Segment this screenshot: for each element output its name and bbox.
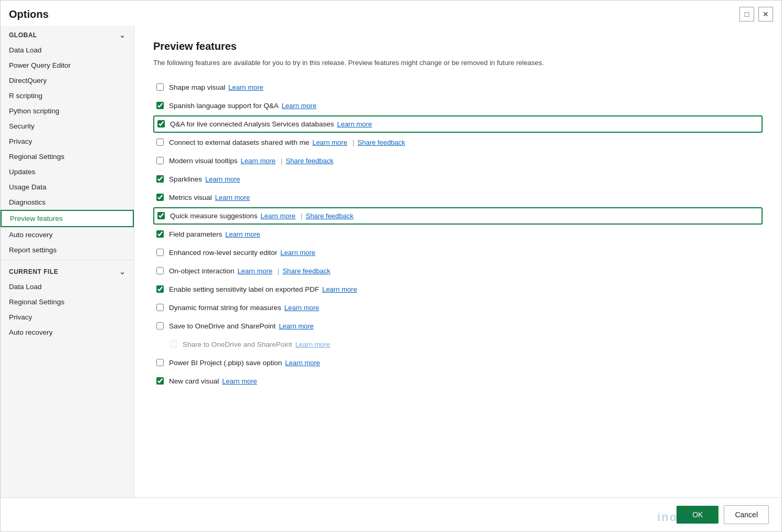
checkbox-power-bi-project-save[interactable] xyxy=(156,359,164,366)
feature-label-connect-external-datasets: Connect to external datasets shared with… xyxy=(169,139,309,146)
current-file-chevron-icon[interactable]: ⌄ xyxy=(119,268,126,276)
feature-label-enable-sensitivity-label: Enable setting sensitivity label on expo… xyxy=(169,285,319,293)
checkbox-new-card-visual[interactable] xyxy=(156,377,164,385)
maximize-button[interactable]: □ xyxy=(739,7,754,22)
checkbox-enhanced-row-level-security[interactable] xyxy=(156,249,164,256)
checkbox-shape-map-visual[interactable] xyxy=(156,83,164,91)
ok-button[interactable]: OK xyxy=(677,506,718,524)
feature-label-share-to-onedrive: Share to OneDrive and SharePoint xyxy=(183,341,292,348)
learn-more-quick-measure-suggestions[interactable]: Learn more xyxy=(261,212,295,220)
sidebar-item-cf-auto-recovery[interactable]: Auto recovery xyxy=(1,325,134,340)
checkbox-connect-external-datasets[interactable] xyxy=(156,139,164,146)
sidebar-item-directquery[interactable]: DirectQuery xyxy=(1,73,134,88)
feature-label-metrics-visual: Metrics visual xyxy=(169,194,212,201)
learn-more-connect-external-datasets[interactable]: Learn more xyxy=(312,139,347,146)
share-feedback-connect-external-datasets[interactable]: Share feedback xyxy=(357,139,405,146)
learn-more-qa-live-connected[interactable]: Learn more xyxy=(337,120,372,128)
options-window: Options □ ✕ GLOBAL ⌄ Data LoadPower Quer… xyxy=(0,0,782,532)
features-list: Shape map visualLearn moreSpanish langua… xyxy=(153,79,763,390)
feature-row-metrics-visual: Metrics visualLearn more xyxy=(153,189,763,206)
learn-more-save-to-onedrive[interactable]: Learn more xyxy=(279,322,313,330)
share-feedback-on-object-interaction[interactable]: Share feedback xyxy=(282,267,330,275)
sidebar-item-security[interactable]: Security xyxy=(1,119,134,134)
sidebar-item-usage-data[interactable]: Usage Data xyxy=(1,179,134,195)
feature-label-modern-visual-tooltips: Modern visual tooltips xyxy=(169,157,238,165)
sidebar-item-python-scripting[interactable]: Python scripting xyxy=(1,103,134,119)
current-file-section-header: CURRENT FILE ⌄ xyxy=(1,262,134,279)
learn-more-field-parameters[interactable]: Learn more xyxy=(225,230,260,238)
learn-more-shape-map-visual[interactable]: Learn more xyxy=(228,83,263,91)
checkbox-spanish-language-support[interactable] xyxy=(156,102,164,109)
feature-label-shape-map-visual: Shape map visual xyxy=(169,83,225,91)
sidebar-item-r-scripting[interactable]: R scripting xyxy=(1,88,134,103)
feature-label-spanish-language-support: Spanish language support for Q&A xyxy=(169,102,279,110)
learn-more-sparklines[interactable]: Learn more xyxy=(205,175,240,183)
checkbox-quick-measure-suggestions[interactable] xyxy=(157,212,165,219)
sidebar-item-privacy[interactable]: Privacy xyxy=(1,134,134,149)
checkbox-sparklines[interactable] xyxy=(156,175,164,183)
feature-row-field-parameters: Field parametersLearn more xyxy=(153,226,763,243)
main-layout: GLOBAL ⌄ Data LoadPower Query EditorDire… xyxy=(1,26,781,497)
sidebar-item-regional-settings[interactable]: Regional Settings xyxy=(1,149,134,164)
sidebar-item-report-settings[interactable]: Report settings xyxy=(1,242,134,258)
sidebar-item-data-load[interactable]: Data Load xyxy=(1,42,134,58)
feature-label-quick-measure-suggestions: Quick measure suggestions xyxy=(170,212,258,220)
feature-row-share-to-onedrive: Share to OneDrive and SharePointLearn mo… xyxy=(153,336,763,353)
feature-row-on-object-interaction: On-object interactionLearn more|Share fe… xyxy=(153,262,763,280)
learn-more-share-to-onedrive[interactable]: Learn more xyxy=(295,341,330,348)
checkbox-save-to-onedrive[interactable] xyxy=(156,322,164,329)
sidebar-item-diagnostics[interactable]: Diagnostics xyxy=(1,195,134,210)
feature-label-field-parameters: Field parameters xyxy=(169,230,222,238)
pipe-separator: | xyxy=(281,157,282,165)
sidebar-item-power-query-editor[interactable]: Power Query Editor xyxy=(1,58,134,73)
section-title: Preview features xyxy=(153,40,763,52)
cancel-button[interactable]: Cancel xyxy=(724,505,769,524)
learn-more-enable-sensitivity-label[interactable]: Learn more xyxy=(322,285,357,293)
feature-row-modern-visual-tooltips: Modern visual tooltipsLearn more|Share f… xyxy=(153,152,763,169)
feature-row-save-to-onedrive: Save to OneDrive and SharePointLearn mor… xyxy=(153,317,763,335)
section-description: The following features are available for… xyxy=(153,58,763,68)
checkbox-field-parameters[interactable] xyxy=(156,230,164,238)
checkbox-dynamic-format-string[interactable] xyxy=(156,304,164,311)
share-feedback-modern-visual-tooltips[interactable]: Share feedback xyxy=(286,157,333,165)
feature-label-save-to-onedrive: Save to OneDrive and SharePoint xyxy=(169,322,276,330)
feature-row-connect-external-datasets: Connect to external datasets shared with… xyxy=(153,134,763,151)
feature-label-qa-live-connected: Q&A for live connected Analysis Services… xyxy=(170,120,334,128)
learn-more-modern-visual-tooltips[interactable]: Learn more xyxy=(241,157,276,165)
title-bar: Options □ ✕ xyxy=(1,1,781,26)
window-title: Options xyxy=(9,8,49,20)
sidebar-item-preview-features[interactable]: Preview features xyxy=(1,210,134,227)
checkbox-modern-visual-tooltips[interactable] xyxy=(156,157,164,164)
pipe-separator: | xyxy=(278,267,279,275)
sidebar-item-cf-regional-settings[interactable]: Regional Settings xyxy=(1,294,134,310)
learn-more-enhanced-row-level-security[interactable]: Learn more xyxy=(280,249,315,257)
feature-row-quick-measure-suggestions: Quick measure suggestionsLearn more|Shar… xyxy=(153,207,763,225)
feature-row-new-card-visual: New card visualLearn more xyxy=(153,373,763,390)
checkbox-on-object-interaction[interactable] xyxy=(156,267,164,274)
checkbox-metrics-visual[interactable] xyxy=(156,194,164,201)
sidebar-item-auto-recovery[interactable]: Auto recovery xyxy=(1,227,134,242)
checkbox-qa-live-connected[interactable] xyxy=(157,120,165,127)
feature-row-sparklines: SparklinesLearn more xyxy=(153,171,763,188)
feature-row-qa-live-connected: Q&A for live connected Analysis Services… xyxy=(153,115,763,133)
close-button[interactable]: ✕ xyxy=(758,7,773,22)
sidebar-global-items: Data LoadPower Query EditorDirectQueryR … xyxy=(1,42,134,258)
learn-more-on-object-interaction[interactable]: Learn more xyxy=(238,267,272,275)
share-feedback-quick-measure-suggestions[interactable]: Share feedback xyxy=(305,212,353,220)
learn-more-dynamic-format-string[interactable]: Learn more xyxy=(284,304,319,312)
checkbox-share-to-onedrive xyxy=(170,341,177,348)
global-chevron-icon[interactable]: ⌄ xyxy=(119,31,126,39)
feature-label-new-card-visual: New card visual xyxy=(169,377,219,385)
learn-more-power-bi-project-save[interactable]: Learn more xyxy=(285,359,320,367)
sidebar-scroll: GLOBAL ⌄ Data LoadPower Query EditorDire… xyxy=(1,26,134,497)
sidebar-item-cf-data-load[interactable]: Data Load xyxy=(1,279,134,294)
pipe-separator: | xyxy=(301,212,302,220)
feature-row-enhanced-row-level-security: Enhanced row-level security editorLearn … xyxy=(153,244,763,261)
sidebar-item-cf-privacy[interactable]: Privacy xyxy=(1,310,134,325)
learn-more-new-card-visual[interactable]: Learn more xyxy=(222,377,257,385)
content-area: Preview features The following features … xyxy=(134,26,781,497)
learn-more-metrics-visual[interactable]: Learn more xyxy=(215,194,250,201)
learn-more-spanish-language-support[interactable]: Learn more xyxy=(282,102,316,110)
sidebar-item-updates[interactable]: Updates xyxy=(1,164,134,179)
checkbox-enable-sensitivity-label[interactable] xyxy=(156,285,164,293)
